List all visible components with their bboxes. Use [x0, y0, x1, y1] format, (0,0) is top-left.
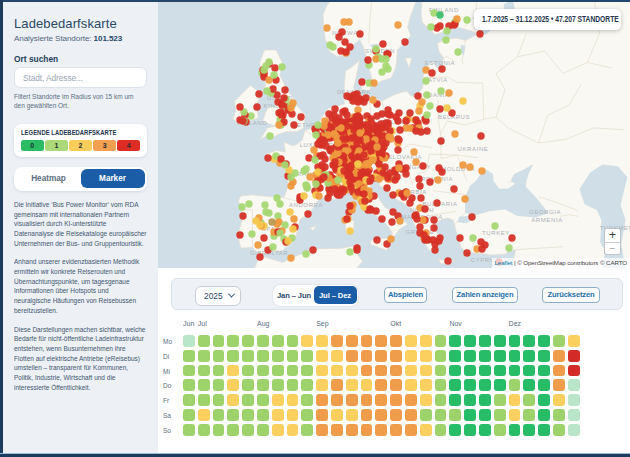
- map-marker[interactable]: [395, 164, 402, 171]
- calendar-cell[interactable]: [420, 424, 432, 436]
- map-marker[interactable]: [367, 206, 374, 213]
- map-marker[interactable]: [423, 91, 430, 98]
- calendar-cell[interactable]: [509, 394, 521, 406]
- calendar-cell[interactable]: [242, 424, 254, 436]
- map-marker[interactable]: [433, 199, 440, 206]
- calendar-cell[interactable]: [420, 394, 432, 406]
- calendar-cell[interactable]: [272, 394, 284, 406]
- calendar-cell[interactable]: [257, 350, 269, 362]
- map-marker[interactable]: [304, 210, 311, 217]
- map-marker[interactable]: [423, 235, 430, 242]
- map-marker[interactable]: [287, 182, 294, 189]
- map-marker[interactable]: [478, 167, 485, 174]
- calendar-cell[interactable]: [523, 394, 535, 406]
- calendar-cell[interactable]: [405, 394, 417, 406]
- map-marker[interactable]: [410, 148, 417, 155]
- map-marker[interactable]: [287, 254, 294, 261]
- calendar-cell[interactable]: [523, 350, 535, 362]
- map-marker[interactable]: [236, 103, 243, 110]
- calendar-cell[interactable]: [568, 350, 580, 362]
- map-marker[interactable]: [331, 185, 338, 192]
- map-marker[interactable]: [343, 111, 350, 118]
- map-marker[interactable]: [394, 135, 401, 142]
- map-marker[interactable]: [303, 184, 310, 191]
- map-marker[interactable]: [423, 111, 430, 118]
- calendar-cell[interactable]: [316, 365, 328, 377]
- calendar-cell[interactable]: [361, 335, 373, 347]
- map-marker[interactable]: [354, 112, 361, 119]
- map-marker[interactable]: [289, 225, 296, 232]
- map-marker[interactable]: [396, 217, 403, 224]
- calendar-cell[interactable]: [553, 379, 565, 391]
- map-marker[interactable]: [347, 162, 354, 169]
- map-marker[interactable]: [444, 257, 451, 264]
- calendar-cell[interactable]: [257, 335, 269, 347]
- calendar-cell[interactable]: [227, 409, 239, 421]
- calendar-cell[interactable]: [479, 409, 491, 421]
- calendar-cell[interactable]: [390, 335, 402, 347]
- calendar-cell[interactable]: [316, 424, 328, 436]
- calendar-cell[interactable]: [479, 350, 491, 362]
- map-marker[interactable]: [270, 71, 277, 78]
- calendar-cell[interactable]: [183, 394, 195, 406]
- map-marker[interactable]: [415, 175, 422, 182]
- calendar-cell[interactable]: [375, 424, 387, 436]
- map-marker[interactable]: [314, 140, 321, 147]
- calendar-cell[interactable]: [435, 424, 447, 436]
- calendar-cell[interactable]: [301, 365, 313, 377]
- map-marker[interactable]: [290, 215, 297, 222]
- map-marker[interactable]: [450, 185, 457, 192]
- map-marker[interactable]: [260, 234, 267, 241]
- map-marker[interactable]: [478, 245, 485, 252]
- map-marker[interactable]: [287, 173, 294, 180]
- calendar-cell[interactable]: [435, 335, 447, 347]
- map-marker[interactable]: [459, 161, 466, 168]
- map-marker[interactable]: [348, 134, 355, 141]
- calendar-cell[interactable]: [509, 424, 521, 436]
- calendar-cell[interactable]: [301, 335, 313, 347]
- map-marker[interactable]: [378, 215, 385, 222]
- calendar-cell[interactable]: [449, 424, 461, 436]
- map-marker[interactable]: [273, 194, 280, 201]
- zoom-in-button[interactable]: +: [605, 229, 620, 242]
- map-marker[interactable]: [403, 189, 410, 196]
- map-marker[interactable]: [248, 230, 255, 237]
- calendar-cell[interactable]: [183, 379, 195, 391]
- calendar-cell[interactable]: [213, 350, 225, 362]
- calendar-cell[interactable]: [509, 335, 521, 347]
- map-marker[interactable]: [412, 211, 419, 218]
- year-select[interactable]: 2025: [195, 286, 241, 306]
- map-marker[interactable]: [358, 78, 365, 85]
- calendar-cell[interactable]: [331, 394, 343, 406]
- calendar-cell[interactable]: [568, 409, 580, 421]
- calendar-cell[interactable]: [568, 379, 580, 391]
- map-marker[interactable]: [401, 38, 408, 45]
- map-marker[interactable]: [453, 15, 460, 22]
- calendar-cell[interactable]: [227, 394, 239, 406]
- map-marker[interactable]: [391, 176, 398, 183]
- calendar-cell[interactable]: [479, 424, 491, 436]
- calendar-cell[interactable]: [494, 350, 506, 362]
- map-marker[interactable]: [379, 40, 386, 47]
- map-marker[interactable]: [360, 190, 367, 197]
- calendar-cell[interactable]: [568, 335, 580, 347]
- calendar-cell[interactable]: [479, 365, 491, 377]
- calendar-cell[interactable]: [464, 379, 476, 391]
- map-marker[interactable]: [343, 92, 350, 99]
- map-marker[interactable]: [302, 250, 309, 257]
- map-marker[interactable]: [463, 249, 470, 256]
- map-marker[interactable]: [332, 119, 339, 126]
- map-marker[interactable]: [427, 23, 434, 30]
- map-marker[interactable]: [314, 121, 321, 128]
- map-marker[interactable]: [286, 208, 293, 215]
- map-marker[interactable]: [360, 151, 367, 158]
- map-marker[interactable]: [287, 104, 294, 111]
- calendar-cell[interactable]: [257, 409, 269, 421]
- calendar-cell[interactable]: [361, 394, 373, 406]
- calendar-cell[interactable]: [301, 394, 313, 406]
- map-marker[interactable]: [454, 48, 461, 55]
- calendar-cell[interactable]: [346, 379, 358, 391]
- map-marker[interactable]: [505, 244, 512, 251]
- map-marker[interactable]: [383, 184, 390, 191]
- calendar-cell[interactable]: [213, 424, 225, 436]
